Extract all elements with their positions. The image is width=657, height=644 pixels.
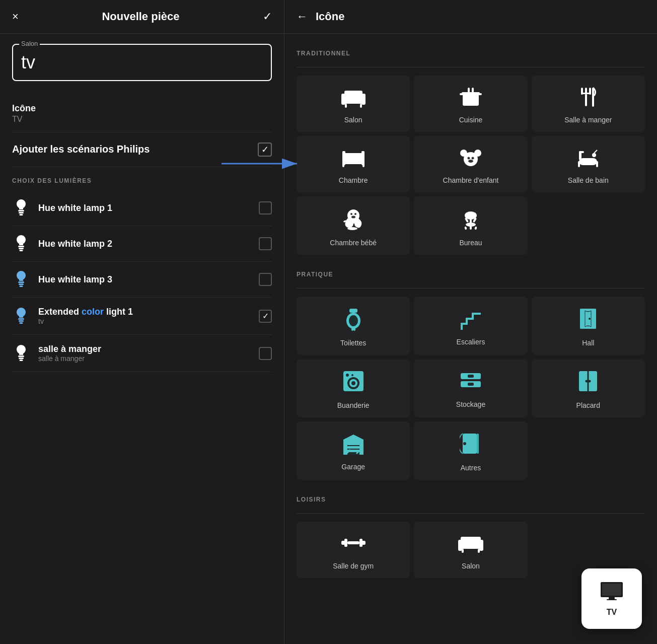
icon-toilettes[interactable]: Toilettes: [297, 297, 410, 355]
icon-bureau[interactable]: Bureau: [414, 196, 527, 255]
svg-rect-98: [347, 443, 359, 445]
svg-rect-4: [19, 248, 24, 249]
back-icon[interactable]: ←: [297, 10, 308, 23]
icon-gym[interactable]: Salle de gym: [297, 522, 410, 578]
category-traditionnel: TRADITIONNEL: [297, 42, 645, 63]
icon-stockage[interactable]: Stockage: [414, 359, 527, 417]
room-name-input-group: Salon: [12, 44, 272, 81]
svg-point-75: [349, 315, 358, 326]
bulb-icon-1: [12, 199, 30, 217]
icon-chambre-enfant[interactable]: Chambre d'enfant: [414, 136, 527, 192]
light-checkbox-5[interactable]: [259, 347, 272, 360]
svg-rect-36: [342, 153, 364, 158]
light-checkbox-3[interactable]: [259, 273, 272, 286]
svg-rect-77: [591, 309, 596, 329]
icon-garage[interactable]: Garage: [297, 421, 410, 480]
svg-point-45: [474, 150, 481, 157]
icon-autres[interactable]: Autres: [414, 421, 527, 480]
bath-icon: [575, 146, 601, 171]
icone-sublabel: TV: [12, 115, 272, 124]
svg-rect-13: [19, 357, 24, 359]
svg-point-106: [463, 442, 466, 445]
light-item: Hue white lamp 2: [12, 226, 272, 262]
svg-rect-52: [596, 161, 598, 167]
stockage-label: Stockage: [456, 400, 485, 408]
icon-salle-manger[interactable]: Salle à manger: [532, 76, 645, 132]
divider-1: [297, 67, 645, 67]
light-info-5: salle à manger salle à manger: [38, 344, 259, 363]
svg-rect-21: [345, 104, 347, 108]
svg-rect-35: [342, 157, 364, 164]
svg-rect-74: [353, 327, 355, 331]
icon-buanderie[interactable]: Buanderie: [297, 359, 410, 417]
svg-point-86: [346, 374, 349, 377]
icon-salon2[interactable]: Salon: [414, 522, 527, 578]
philips-label: Ajouter les scénarios Philips: [12, 144, 150, 155]
cuisine-label: Cuisine: [459, 116, 483, 124]
svg-point-55: [592, 153, 596, 157]
washer-icon: [341, 369, 366, 396]
salle-bain-label: Salle de bain: [568, 176, 609, 184]
svg-rect-27: [468, 88, 470, 93]
icone-section[interactable]: Icône TV: [12, 95, 272, 132]
sofa-icon: [341, 86, 366, 111]
icon-cuisine[interactable]: Cuisine: [414, 76, 527, 132]
svg-rect-20: [344, 91, 362, 97]
svg-rect-34: [592, 88, 594, 107]
bulb-icon-2: [12, 235, 30, 252]
garage-icon: [341, 433, 366, 458]
icon-escaliers[interactable]: Escaliers: [414, 297, 527, 355]
light-checkbox-2[interactable]: [259, 237, 272, 250]
svg-rect-12: [18, 355, 24, 357]
gym-label: Salle de gym: [333, 562, 374, 570]
light-checkbox-4[interactable]: [259, 310, 272, 323]
svg-rect-10: [19, 320, 24, 322]
svg-rect-116: [462, 549, 464, 553]
icon-salle-bain[interactable]: Salle de bain: [532, 136, 645, 192]
light-item: salle à manger salle à manger: [12, 335, 272, 372]
light-item: Hue white lamp 3: [12, 262, 272, 298]
svg-point-58: [354, 213, 356, 215]
right-title: Icône: [316, 10, 344, 23]
icon-placard[interactable]: Placard: [532, 359, 645, 417]
category-loisirs: LOISIRS: [297, 488, 645, 509]
svg-point-60: [347, 227, 357, 230]
svg-point-59: [351, 216, 355, 219]
left-header: × Nouvelle pièce ✓: [0, 0, 284, 34]
room-name-input[interactable]: [21, 50, 263, 75]
sofa2-icon: [458, 532, 484, 557]
confirm-icon[interactable]: ✓: [263, 10, 272, 23]
svg-rect-38: [361, 151, 364, 165]
svg-point-80: [589, 318, 591, 320]
fork-icon: [576, 86, 600, 111]
icon-chambre[interactable]: Chambre: [297, 136, 410, 192]
toilet-icon: [342, 307, 364, 334]
bed-icon: [340, 146, 367, 171]
svg-rect-105: [477, 434, 479, 454]
svg-point-95: [586, 380, 588, 383]
light-info-2: Hue white lamp 2: [38, 239, 259, 249]
icon-hall[interactable]: Hall: [532, 297, 645, 355]
close-icon[interactable]: ×: [12, 10, 19, 23]
stairs-icon: [459, 308, 483, 333]
chambre-bebe-label: Chambre bébé: [330, 239, 377, 247]
svg-rect-91: [468, 383, 474, 386]
icon-chambre-bebe[interactable]: Chambre bébé: [297, 196, 410, 255]
svg-rect-24: [462, 92, 480, 95]
svg-rect-40: [355, 154, 360, 158]
tv-selected-item[interactable]: TV: [581, 568, 642, 629]
placard-label: Placard: [576, 401, 600, 409]
svg-rect-120: [609, 597, 615, 599]
svg-rect-99: [347, 446, 359, 449]
svg-rect-109: [344, 539, 347, 547]
hall-icon: [577, 307, 599, 334]
escaliers-label: Escaliers: [457, 338, 485, 346]
divider-2: [297, 288, 645, 289]
light-name-1: Hue white lamp 1: [38, 203, 259, 213]
svg-rect-67: [474, 227, 477, 230]
svg-rect-5: [20, 250, 23, 251]
icon-salon[interactable]: Salon: [297, 76, 410, 132]
svg-rect-121: [607, 599, 617, 600]
light-checkbox-1[interactable]: [259, 201, 272, 214]
svg-rect-2: [20, 214, 23, 216]
